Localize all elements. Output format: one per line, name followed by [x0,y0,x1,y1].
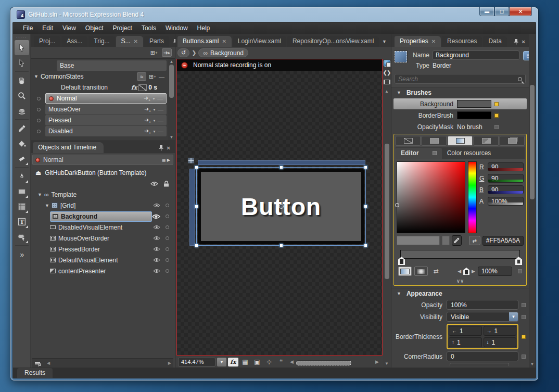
pan-tool[interactable] [15,73,29,88]
no-brush-tab[interactable] [396,136,421,146]
snap-guides-button[interactable]: ⊹ [264,358,274,366]
state-normal-row[interactable]: Normal ➜+▼— [32,93,167,104]
alpha-channel-field[interactable]: 100% [488,197,524,206]
red-channel-field[interactable]: 90 [488,162,524,171]
add-transition-icon[interactable]: ⊞+ [148,72,157,81]
center-anchor-icon[interactable] [279,204,284,209]
xaml-view-icon[interactable]: ❮❯ [383,69,391,77]
menu-object[interactable]: Object [81,24,108,32]
solid-brush-tab[interactable] [422,136,447,146]
design-canvas[interactable]: Button [177,71,382,355]
blue-channel-field[interactable]: 90 [488,185,524,194]
menu-view[interactable]: View [58,24,81,32]
advanced-property-icon[interactable] [522,315,526,319]
scroll-down-icon[interactable]: ▼ [530,362,535,366]
reverse-gradient-icon[interactable]: ⇄ [434,268,439,275]
camera-orbit-tool[interactable] [15,103,29,118]
transition-preview-icon[interactable]: ≈ [137,72,146,81]
lock-icon[interactable] [163,181,169,187]
tree-node-contentpresenter[interactable]: contentPresenter [32,265,173,276]
brush-row-opacitymask[interactable]: OpacityMask No brush [393,121,527,132]
eye-icon[interactable] [153,203,160,208]
advanced-property-icon[interactable] [518,269,522,273]
properties-scrollbar[interactable]: ▼ [529,34,536,368]
hex-color-field[interactable]: #FF5A5A5A [482,236,524,246]
eyedropper-button[interactable] [452,235,462,246]
scope-up-icon[interactable]: ⏏ [35,169,41,176]
border-thickness-left[interactable]: ←1 [449,326,482,336]
eye-icon[interactable] [153,269,160,273]
default-easing-icon[interactable] [138,84,147,91]
color-resources-tab[interactable]: Color resources [442,148,497,159]
direct-selection-tool[interactable] [15,55,29,70]
menu-window[interactable]: Window [161,24,193,32]
gradient-brush-tab[interactable] [448,136,473,146]
resize-handle[interactable] [195,166,198,169]
add-transition-arrow-icon[interactable]: ➜+ [144,106,151,113]
swap-color-format-icon[interactable]: ⇄ [469,236,480,245]
previous-stop-arrow-icon[interactable]: ◀ [458,269,461,274]
effects-toggle-button[interactable]: fx [228,358,238,366]
linear-gradient-button[interactable] [398,267,412,276]
resize-handle[interactable] [280,166,283,169]
close-tab-icon[interactable]: ✕ [134,39,138,44]
doc-tab-repositoryoptionsview-xaml[interactable]: RepositoryOp...onsView.xaml [287,36,379,47]
objects-hscrollbar[interactable]: ◀▶ [47,361,171,365]
resize-handle[interactable] [364,166,367,169]
remove-state-icon[interactable]: — [158,117,163,123]
resize-handle[interactable] [364,205,367,208]
default-transition-row[interactable]: Default transition fx 0 s [32,82,167,93]
minimize-button[interactable]: ▬ [479,7,494,16]
gradient-stop-bar[interactable] [398,250,522,265]
hue-strip[interactable] [468,161,477,233]
menu-help[interactable]: Help [193,24,215,32]
eye-icon[interactable] [153,225,160,230]
grid-layout-tool[interactable] [15,199,29,214]
remove-state-icon[interactable]: — [158,128,163,134]
scope-row[interactable]: ⏏ GitHubDarkButton (Button Template) [32,165,173,179]
collapse-triangle-icon[interactable]: ▼ [34,74,39,79]
eye-icon[interactable] [153,258,160,262]
close-panel-icon[interactable]: ✕ [167,145,171,151]
tab-data[interactable]: Data [483,36,506,47]
doc-tab-buttons-xaml[interactable]: Buttons.xaml✕ [177,36,232,47]
tile-brush-tab[interactable] [474,136,499,146]
artboard-vscrollbar[interactable] [385,144,389,279]
advanced-property-icon[interactable] [494,125,499,129]
state-base-row[interactable]: Base [32,60,167,71]
saturation-value-square[interactable] [397,161,465,233]
pin-icon[interactable] [159,145,163,151]
eye-icon[interactable] [150,181,158,186]
objects-panel-title[interactable]: Objects and Timeline [33,142,104,153]
brush-row-background[interactable]: Background [393,98,527,109]
menu-file[interactable]: File [18,24,37,32]
states-scrollbar[interactable]: ▲▼ [168,59,175,141]
close-button[interactable]: ✕ [509,7,532,16]
tab-properties[interactable]: Properties✕ [395,36,441,47]
property-search[interactable] [395,74,526,84]
visibility-select[interactable]: Visible▼ [447,312,518,322]
search-input[interactable] [398,75,518,83]
eye-icon[interactable] [153,236,160,241]
tree-node-template[interactable]: ▼∞Template [32,189,173,200]
tree-node-disabledvisualelement[interactable]: DisabledVisualElement [32,222,173,233]
toolbox-grip[interactable]: ..... [16,35,27,40]
green-channel-field[interactable]: 90 [488,174,524,183]
zoom-tool[interactable] [15,88,29,103]
tab-projects[interactable]: Proj... [34,36,60,47]
editor-tab[interactable]: Editor [396,148,442,159]
advanced-property-icon[interactable] [522,355,526,359]
zoom-level-field[interactable]: 414.47% [178,358,215,366]
pin-icon[interactable] [514,39,518,45]
assets-tool[interactable]: » [15,247,29,262]
state-group-commonstates[interactable]: ▼ CommonStates ≈ ⊞+ — [32,71,167,82]
border-thickness-right[interactable]: →1 [484,326,517,336]
menu-project[interactable]: Project [108,24,137,32]
collapse-triangle-icon[interactable]: ▼ [397,90,401,95]
split-view-icon[interactable] [383,78,391,86]
advanced-property-icon[interactable] [522,335,526,339]
editor-options-icon[interactable] [433,151,437,155]
animation-dot-icon[interactable] [166,258,169,262]
close-tab-icon[interactable]: ✕ [222,39,226,44]
remove-state-icon[interactable]: — [158,106,163,112]
